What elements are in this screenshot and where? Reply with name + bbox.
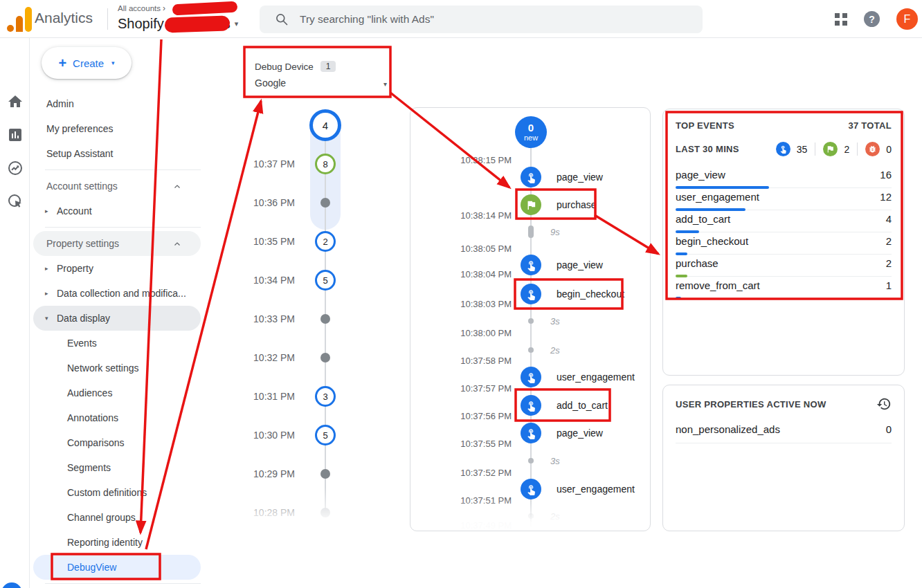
sidebar-item-property[interactable]: ▸Property [33, 256, 201, 281]
sidebar-item-reporting-identity[interactable]: Reporting identity [33, 530, 201, 555]
sidebar-item-label: Property settings [46, 238, 119, 249]
minute-node[interactable] [320, 353, 330, 362]
chevron-up-icon[interactable] [173, 182, 181, 190]
debug-device-selector[interactable]: Debug Device 1 Google ▾ [255, 61, 393, 89]
sidebar-item-custom-definitions[interactable]: Custom definitions [33, 480, 201, 505]
new-events-badge[interactable]: 0 new [515, 116, 547, 148]
event-timestamp: 10:37:55 PM [431, 439, 512, 449]
event-timestamp: 10:38:00 PM [431, 328, 512, 338]
debug-device-label: Debug Device [255, 62, 314, 72]
top-event-row-purchase[interactable]: purchase2 [676, 255, 892, 277]
sidebar-item-admin[interactable]: Admin [33, 91, 201, 116]
sidebar-item-data-collection-and-modifica[interactable]: ▸Data collection and modifica... [33, 281, 201, 306]
avatar[interactable]: F [896, 8, 918, 30]
org-switcher-icon[interactable] [835, 13, 847, 26]
minute-node[interactable]: 8 [315, 154, 336, 174]
sidebar-item-label: Segments [67, 462, 111, 473]
analytics-logo-icon[interactable] [7, 6, 33, 32]
sidebar-item-label: Reporting identity [67, 537, 143, 548]
top-events-list: page_view16user_engagement12add_to_cart4… [676, 166, 892, 299]
event-bar [676, 297, 681, 300]
stream-event-user_engagement[interactable]: user_engagement [521, 479, 635, 499]
event-count: 2 [886, 235, 892, 247]
minute-node[interactable]: 3 [315, 386, 336, 407]
minute-node[interactable]: 5 [315, 425, 336, 445]
event-name: remove_from_cart [676, 279, 760, 291]
help-icon[interactable]: ? [864, 11, 880, 27]
gap-marker [528, 347, 534, 353]
touch-icon [521, 167, 541, 187]
sidebar-item-label: Property [57, 263, 93, 274]
stream-event-page_view[interactable]: page_view [521, 423, 603, 443]
counter-value: 0 [886, 144, 892, 155]
minute-node[interactable] [320, 198, 330, 208]
chevron-up-icon[interactable] [173, 239, 181, 248]
ga4-debugview-page: Analytics All accounts › s Shopify s ▾ [0, 0, 922, 588]
stream-event-page_view[interactable]: page_view [521, 167, 603, 187]
stream-event-purchase[interactable]: purchase [521, 194, 597, 215]
minute-node[interactable] [320, 314, 330, 324]
event-name: user_engagement [676, 191, 759, 203]
event-timestamp: 10:37:57 PM [431, 383, 512, 394]
header-divider [107, 8, 108, 30]
sidebar-item-segments[interactable]: Segments [33, 455, 201, 480]
user-properties-list: non_personalized_ads0 [676, 420, 892, 443]
minute-label: 10:34 PM [241, 275, 295, 286]
sidebar-item-account-settings[interactable]: Account settings [33, 174, 201, 199]
counter-value: 35 [797, 144, 808, 155]
event-timestamp: 10:37:52 PM [431, 468, 512, 478]
create-button[interactable]: + Create ▾ [42, 47, 132, 79]
sidebar-item-comparisons[interactable]: Comparisons [33, 430, 201, 455]
top-event-row-page_view[interactable]: page_view16 [676, 166, 892, 188]
sidebar-item-network-settings[interactable]: Network settings [33, 356, 201, 380]
sidebar-item-events[interactable]: Events [33, 331, 201, 356]
home-icon[interactable] [7, 93, 24, 110]
minute-node[interactable]: 4 [309, 109, 341, 141]
sidebar-item-setup-assistant[interactable]: Setup Assistant [33, 141, 201, 166]
create-label: Create [73, 57, 104, 69]
minute-node[interactable] [320, 469, 330, 479]
breadcrumb[interactable]: All accounts › s Shopify s ▾ [118, 3, 238, 33]
new-events-count: 0 [528, 122, 534, 134]
top-event-row-add_to_cart[interactable]: add_to_cart4 [676, 210, 892, 232]
chevron-down-icon: ▾ [42, 315, 57, 322]
chevron-right-icon: ▸ [42, 265, 57, 272]
gap-marker [528, 318, 534, 324]
explore-icon[interactable] [7, 160, 24, 176]
property-selector[interactable]: Shopify s ▾ [118, 14, 238, 33]
search-input[interactable] [300, 13, 660, 26]
search-icon [275, 12, 289, 26]
event-name: page_view [557, 259, 603, 270]
minute-node[interactable]: 2 [315, 231, 336, 252]
breadcrumb-separator: › [163, 3, 165, 13]
top-event-row-begin_checkout[interactable]: begin_checkout2 [676, 232, 892, 255]
search-bar[interactable] [260, 6, 703, 33]
minute-node[interactable]: 5 [315, 270, 336, 291]
user-property-row-non_personalized_ads[interactable]: non_personalized_ads0 [676, 420, 892, 443]
chevron-down-icon: ▾ [235, 19, 239, 28]
top-event-row-user_engagement[interactable]: user_engagement12 [676, 188, 892, 210]
gap-duration: 2s [550, 345, 560, 356]
stream-event-user_engagement[interactable]: user_engagement [521, 367, 635, 387]
event-name: add_to_cart [676, 213, 730, 225]
stream-event-page_view[interactable]: page_view [521, 255, 603, 275]
sidebar-item-my-preferences[interactable]: My preferences [33, 116, 201, 141]
left-rail [0, 38, 30, 588]
counter-value: 2 [844, 144, 849, 155]
advertising-icon[interactable] [7, 193, 24, 210]
sidebar-item-account[interactable]: ▸Account [33, 199, 201, 223]
sidebar-item-debugview[interactable]: DebugView [33, 555, 201, 580]
history-icon[interactable] [876, 396, 892, 412]
sidebar-item-data-display[interactable]: ▾Data display [33, 306, 201, 331]
top-event-row-remove_from_cart[interactable]: remove_from_cart1 [676, 277, 892, 299]
stream-event-begin_checkout[interactable]: begin_checkout [521, 284, 624, 304]
event-count: 12 [880, 191, 892, 203]
reports-icon[interactable] [7, 127, 24, 143]
sidebar-divider [45, 169, 201, 170]
sidebar-item-annotations[interactable]: Annotations [33, 405, 201, 430]
stream-event-add_to_cart[interactable]: add_to_cart [521, 395, 608, 416]
user-properties-title: USER PROPERTIES ACTIVE NOW [676, 399, 826, 410]
sidebar-item-audiences[interactable]: Audiences [33, 380, 201, 405]
sidebar-item-channel-groups[interactable]: Channel groups [33, 505, 201, 530]
sidebar-item-property-settings[interactable]: Property settings [33, 231, 201, 256]
